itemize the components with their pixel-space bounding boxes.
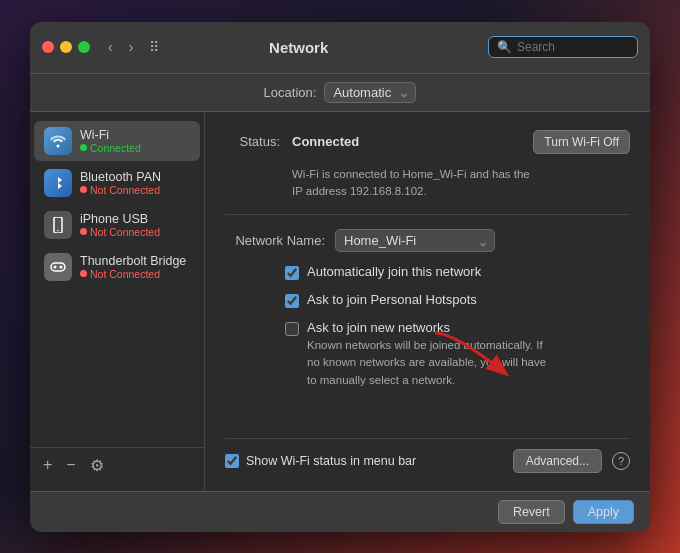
iphone-status-dot	[80, 228, 87, 235]
add-network-button[interactable]: +	[38, 454, 57, 476]
bluetooth-icon	[44, 169, 72, 197]
iphone-status-text: Not Connected	[90, 226, 160, 238]
help-button[interactable]: ?	[612, 452, 630, 470]
remove-network-button[interactable]: −	[61, 454, 80, 476]
apply-button[interactable]: Apply	[573, 500, 634, 524]
minimize-button[interactable]	[60, 41, 72, 53]
tb-status-dot	[80, 270, 87, 277]
sidebar: Wi-Fi Connected Bluetooth PAN	[30, 112, 205, 491]
svg-point-3	[54, 265, 57, 268]
sidebar-item-wifi[interactable]: Wi-Fi Connected	[34, 121, 200, 161]
gear-button[interactable]: ⚙	[85, 454, 109, 477]
svg-rect-2	[51, 263, 65, 271]
show-wifi-row: Show Wi-Fi status in menu bar	[225, 454, 416, 468]
bt-status-text: Not Connected	[90, 184, 160, 196]
turn-wifi-button[interactable]: Turn Wi-Fi Off	[533, 130, 630, 154]
sidebar-item-thunderbolt[interactable]: Thunderbolt Bridge Not Connected	[34, 247, 200, 287]
sidebar-footer: + − ⚙	[30, 447, 204, 483]
iphone-status: Not Connected	[80, 226, 160, 238]
svg-point-1	[57, 229, 59, 231]
new-networks-text: Ask to join new networks Known networks …	[307, 320, 546, 389]
divider	[225, 214, 630, 215]
search-input[interactable]	[517, 40, 629, 54]
network-select-wrapper[interactable]: Home_Wi-Fi	[335, 229, 495, 252]
auto-join-row: Automatically join this network	[285, 264, 630, 280]
tb-name: Thunderbolt Bridge	[80, 254, 186, 268]
wifi-status-text: Connected	[90, 142, 141, 154]
network-name-label: Network Name:	[225, 233, 325, 248]
detail-panel: Status: Connected Turn Wi-Fi Off Wi-Fi i…	[205, 112, 650, 491]
new-networks-checkbox[interactable]	[285, 322, 299, 336]
iphone-icon	[44, 211, 72, 239]
location-label: Location:	[264, 85, 317, 100]
status-description: Wi-Fi is connected to Home_Wi-Fi and has…	[292, 166, 630, 201]
auto-join-checkbox[interactable]	[285, 266, 299, 280]
bottom-row: Show Wi-Fi status in menu bar Advanced..…	[225, 438, 630, 473]
bt-name: Bluetooth PAN	[80, 170, 161, 184]
wifi-status-dot	[80, 144, 87, 151]
window-title: Network	[117, 39, 480, 56]
show-wifi-label: Show Wi-Fi status in menu bar	[246, 454, 416, 468]
wifi-icon	[44, 127, 72, 155]
window-footer: Revert Apply	[30, 491, 650, 532]
show-wifi-checkbox[interactable]	[225, 454, 239, 468]
auto-join-label: Automatically join this network	[307, 264, 481, 279]
tb-text: Thunderbolt Bridge Not Connected	[80, 254, 186, 280]
new-networks-label: Ask to join new networks	[307, 320, 546, 335]
iphone-text: iPhone USB Not Connected	[80, 212, 160, 238]
personal-hotspot-checkbox[interactable]	[285, 294, 299, 308]
tb-status-text: Not Connected	[90, 268, 160, 280]
network-name-row: Network Name: Home_Wi-Fi	[225, 229, 630, 252]
sidebar-item-bluetooth[interactable]: Bluetooth PAN Not Connected	[34, 163, 200, 203]
location-select-wrapper[interactable]: Automatic	[324, 82, 416, 103]
search-icon: 🔍	[497, 40, 512, 54]
status-row: Status: Connected Turn Wi-Fi Off	[225, 130, 630, 154]
new-networks-row: Ask to join new networks Known networks …	[285, 320, 630, 389]
traffic-lights	[42, 41, 90, 53]
location-bar: Location: Automatic	[30, 74, 650, 112]
titlebar: ‹ › ⠿ Network 🔍	[30, 22, 650, 74]
location-select[interactable]: Automatic	[324, 82, 416, 103]
personal-hotspot-label: Ask to join Personal Hotspots	[307, 292, 477, 307]
new-networks-sub: Known networks will be joined automatica…	[307, 337, 546, 389]
bt-status-dot	[80, 186, 87, 193]
iphone-name: iPhone USB	[80, 212, 160, 226]
advanced-button[interactable]: Advanced...	[513, 449, 602, 473]
wifi-status: Connected	[80, 142, 141, 154]
bt-status: Not Connected	[80, 184, 161, 196]
back-button[interactable]: ‹	[104, 37, 117, 57]
close-button[interactable]	[42, 41, 54, 53]
bt-text: Bluetooth PAN Not Connected	[80, 170, 161, 196]
revert-button[interactable]: Revert	[498, 500, 565, 524]
network-name-select[interactable]: Home_Wi-Fi	[335, 229, 495, 252]
wifi-text: Wi-Fi Connected	[80, 128, 141, 154]
thunderbolt-icon	[44, 253, 72, 281]
wifi-name: Wi-Fi	[80, 128, 141, 142]
svg-point-4	[60, 265, 63, 268]
tb-status: Not Connected	[80, 268, 186, 280]
personal-hotspot-row: Ask to join Personal Hotspots	[285, 292, 630, 308]
sidebar-item-iphone[interactable]: iPhone USB Not Connected	[34, 205, 200, 245]
network-preferences-window: ‹ › ⠿ Network 🔍 Location: Automatic	[30, 22, 650, 532]
main-content: Wi-Fi Connected Bluetooth PAN	[30, 112, 650, 491]
status-value: Connected	[292, 134, 359, 149]
status-label: Status:	[225, 134, 280, 149]
maximize-button[interactable]	[78, 41, 90, 53]
search-box[interactable]: 🔍	[488, 36, 638, 58]
